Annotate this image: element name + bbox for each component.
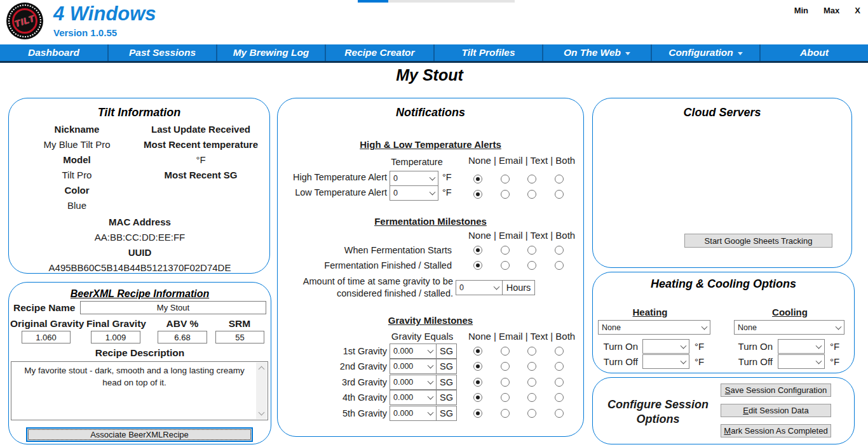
unit-label: SG xyxy=(440,361,453,371)
gravity-5-select[interactable]: 0.000 xyxy=(390,406,437,421)
radio-both[interactable] xyxy=(555,190,564,199)
radio-text[interactable] xyxy=(527,261,536,270)
radio-email[interactable] xyxy=(501,261,510,270)
recipe-name-input[interactable] xyxy=(80,301,266,314)
scrollbar[interactable] xyxy=(256,363,267,419)
radio-email[interactable] xyxy=(501,393,510,402)
nav-about[interactable]: About xyxy=(761,44,868,61)
nav-my-brewing-log[interactable]: My Brewing Log xyxy=(217,44,326,61)
brand-text: 4 Windows Version 1.0.55 xyxy=(53,3,156,38)
radio-text[interactable] xyxy=(527,175,536,183)
cooling-turn-off-select[interactable] xyxy=(778,354,825,369)
radio-email[interactable] xyxy=(501,362,510,371)
save-session-configuration-button[interactable]: Save Session Configuration xyxy=(721,384,831,397)
recipe-description-field[interactable]: My favorite stout - dark, smooth and a l… xyxy=(11,361,268,420)
tilt-information-panel: Tilt Information Nickname My Blue Tilt P… xyxy=(8,98,270,274)
gravity-3-select[interactable]: 0.000 xyxy=(390,375,437,390)
brand: TILT 4 Windows Version 1.0.55 xyxy=(6,3,156,39)
radio-none[interactable] xyxy=(473,347,482,356)
radio-none[interactable] xyxy=(473,190,482,199)
gravity-4-select[interactable]: 0.000 xyxy=(390,390,437,405)
radio-both[interactable] xyxy=(555,347,564,356)
radio-email[interactable] xyxy=(501,347,510,356)
nav-past-sessions[interactable]: Past Sessions xyxy=(109,44,217,61)
radio-none[interactable] xyxy=(473,362,482,371)
chevron-down-icon xyxy=(430,189,436,196)
minimize-button[interactable]: Min xyxy=(794,6,808,15)
nav-label: Dashboard xyxy=(28,47,79,58)
radio-none[interactable] xyxy=(473,261,482,270)
radio-none[interactable] xyxy=(473,378,482,387)
radio-none[interactable] xyxy=(473,175,482,183)
chevron-down-icon xyxy=(494,284,500,290)
low-temp-alert-select[interactable]: 0 xyxy=(390,185,438,201)
unit-label: °F xyxy=(442,187,452,197)
nav-recipe-creator[interactable]: Recipe Creator xyxy=(326,44,435,61)
gravity-1-select[interactable]: 0.000 xyxy=(390,344,437,359)
chevron-down-icon xyxy=(625,52,630,55)
radio-both[interactable] xyxy=(555,175,564,183)
radio-text[interactable] xyxy=(527,362,536,371)
gravity-2-select[interactable]: 0.000 xyxy=(390,359,437,374)
tilt-info-bottom-block: MAC Address AA:BB:CC:DD:EE:FF UUID A495B… xyxy=(9,215,271,276)
nav-dashboard[interactable]: Dashboard xyxy=(0,44,109,61)
radio-both[interactable] xyxy=(555,261,564,270)
radio-email[interactable] xyxy=(501,190,510,199)
final-gravity-input[interactable] xyxy=(91,331,140,344)
mark-session-completed-button[interactable]: Mark Session As Completed xyxy=(721,424,831,437)
radio-both[interactable] xyxy=(555,362,564,371)
tilt-info-left-column: Nickname My Blue Tilt Pro Model Tilt Pro… xyxy=(10,122,144,213)
cooling-turn-on-select[interactable] xyxy=(778,339,825,354)
field-label: Nickname xyxy=(10,122,144,137)
nav-configuration[interactable]: Configuration xyxy=(652,44,761,61)
chevron-down-icon xyxy=(428,394,434,400)
radio-both[interactable] xyxy=(555,378,564,387)
cooling-mode-select[interactable]: None xyxy=(734,320,844,335)
progress-bar xyxy=(358,0,515,3)
radio-email[interactable] xyxy=(501,175,510,183)
radio-email[interactable] xyxy=(501,409,510,418)
scroll-up-icon[interactable] xyxy=(259,366,265,373)
combo-value: 0 xyxy=(393,174,398,183)
close-button[interactable]: X xyxy=(855,6,860,15)
high-temp-alert-select[interactable]: 0 xyxy=(390,171,438,186)
abv-input[interactable] xyxy=(158,331,207,344)
radio-text[interactable] xyxy=(527,190,536,199)
chevron-down-icon xyxy=(681,357,687,364)
nav-label: Recipe Creator xyxy=(344,47,414,58)
radio-none[interactable] xyxy=(473,393,482,402)
heating-cooling-panel: Heating & Cooling Options Heating Coolin… xyxy=(592,272,855,373)
radio-text[interactable] xyxy=(527,393,536,402)
radio-text[interactable] xyxy=(527,347,536,356)
heating-turn-off-select[interactable] xyxy=(642,354,689,369)
stall-hours-select[interactable]: 0 xyxy=(456,280,503,295)
radio-none[interactable] xyxy=(473,246,482,255)
final-gravity-label: Final Gravity xyxy=(80,318,153,330)
fermentation-heading: Fermentation Milestones xyxy=(278,216,583,227)
srm-input[interactable] xyxy=(215,331,264,344)
edit-session-data-button[interactable]: Edit Session Data xyxy=(721,404,831,417)
radio-both[interactable] xyxy=(555,246,564,255)
start-google-sheets-button[interactable]: Start Google Sheets Tracking xyxy=(684,234,832,248)
radio-email[interactable] xyxy=(501,246,510,255)
cloud-servers-panel: Cloud Servers Start Google Sheets Tracki… xyxy=(592,98,852,268)
radio-none[interactable] xyxy=(473,409,482,418)
original-gravity-input[interactable] xyxy=(22,331,71,344)
associate-beerxml-button[interactable]: Associate BeerXMLRecipe xyxy=(26,427,253,442)
radio-text[interactable] xyxy=(527,378,536,387)
radio-email[interactable] xyxy=(501,378,510,387)
radio-text[interactable] xyxy=(527,409,536,418)
radio-both[interactable] xyxy=(555,393,564,402)
gravity-row-2: 2nd Gravity 0.000 SG xyxy=(278,359,583,374)
radio-both[interactable] xyxy=(555,409,564,418)
radio-column-header: None | Email | Text | Both xyxy=(468,230,569,241)
heating-turn-on-select[interactable] xyxy=(642,339,689,354)
nav-tilt-profiles[interactable]: Tilt Profiles xyxy=(435,44,543,61)
scroll-down-icon[interactable] xyxy=(259,410,265,416)
radio-text[interactable] xyxy=(527,246,536,255)
heating-cooling-title: Heating & Cooling Options xyxy=(593,277,854,291)
cooling-heading: Cooling xyxy=(745,307,834,317)
maximize-button[interactable]: Max xyxy=(824,6,839,15)
nav-on-the-web[interactable]: On The Web xyxy=(543,44,652,61)
heating-mode-select[interactable]: None xyxy=(598,320,710,335)
